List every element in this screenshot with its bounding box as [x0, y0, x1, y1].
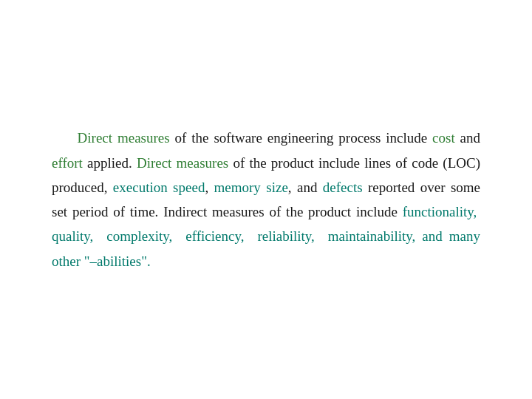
term-memory-size: memory size: [214, 180, 288, 195]
term-execution-speed: execution speed: [113, 180, 205, 195]
term-defects: defects: [323, 180, 363, 195]
indent: [52, 130, 78, 146]
text-segment-6: , and: [288, 180, 323, 195]
text-segment-2: and: [455, 130, 480, 146]
text-segment-1: of the software engineering process incl…: [170, 130, 432, 146]
term-direct-measures-1: Direct measures: [78, 130, 170, 146]
term-direct-measures-2: Direct measures: [137, 155, 228, 171]
text-segment-5: ,: [205, 180, 214, 195]
text-segment-3: applied.: [83, 155, 137, 171]
term-cost: cost: [432, 130, 455, 146]
term-effort: effort: [52, 155, 83, 171]
paragraph: Direct measures of the software engineer…: [52, 126, 480, 273]
main-content: Direct measures of the software engineer…: [44, 111, 488, 288]
